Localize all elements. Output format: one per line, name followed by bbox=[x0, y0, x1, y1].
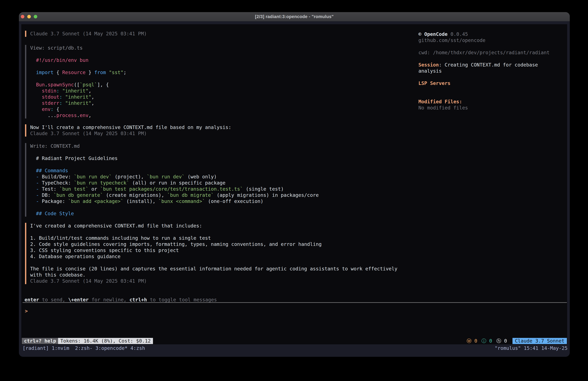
help-segment: to send, bbox=[39, 297, 68, 303]
text-line: 3. CSS styling conventions specific to t… bbox=[30, 247, 398, 253]
text-line: - Test: `bun test` or `bun test packages… bbox=[30, 186, 319, 192]
text-line: ...process.env, bbox=[30, 112, 126, 118]
text-line: 1. Build/lint/test commands including ho… bbox=[30, 235, 398, 241]
text-line: ## Commands bbox=[30, 168, 319, 174]
message-header-block: Claude 3.7 Sonnet (14 May 2025 03:41 PM) bbox=[25, 31, 147, 37]
prompt-input[interactable]: > bbox=[25, 308, 564, 315]
text-line: Claude 3.7 Sonnet (14 May 2025 03:41 PM) bbox=[30, 278, 398, 284]
model-badge[interactable]: Claude 3.7 Sonnet bbox=[512, 338, 567, 344]
input-divider bbox=[22, 302, 567, 303]
text-line: # Radiant Project Guidelines bbox=[30, 155, 319, 161]
terminal-window: [2/3] radiant:3:opencode - "romulus" Cla… bbox=[19, 12, 570, 357]
assistant-message-block: I've created a comprehensive CONTEXT.md … bbox=[25, 223, 398, 284]
hints-count: ⓗ 0 bbox=[496, 338, 507, 344]
text-line: analysis bbox=[419, 68, 567, 74]
text-line: Now I'll create a comprehensive CONTEXT.… bbox=[30, 124, 231, 131]
text-line bbox=[419, 86, 567, 92]
text-line: LSP Servers bbox=[419, 80, 567, 86]
text-line: stdout: "inherit", bbox=[30, 94, 126, 100]
help-segment: to toggle tool messages bbox=[147, 297, 217, 303]
text-line: Write: CONTEXT.md bbox=[30, 143, 319, 149]
text-line: No modified files bbox=[419, 105, 567, 111]
text-line bbox=[30, 76, 126, 82]
window-title: [2/3] radiant:3:opencode - "romulus" bbox=[255, 14, 334, 19]
text-line: 2. Code style guidelines covering import… bbox=[30, 241, 398, 247]
text-line: View: script/db.ts bbox=[30, 45, 126, 51]
text-line: The file is concise (20 lines) and captu… bbox=[30, 266, 398, 272]
text-line bbox=[419, 44, 567, 49]
text-line: - DB: `bun db generate` (create migratio… bbox=[30, 192, 319, 198]
text-line bbox=[30, 204, 319, 210]
text-line: Bun.spawnSync([`psql`], { bbox=[30, 82, 126, 88]
tool-view-block: View: script/db.ts #!/usr/bin/env bun im… bbox=[25, 45, 126, 118]
traffic-lights bbox=[21, 15, 37, 18]
tokens-cost-chip: Tokens: 16.4K (8%), Cost: $0.12 bbox=[58, 338, 153, 344]
text-line bbox=[30, 51, 126, 57]
text-line: ## Code Style bbox=[30, 210, 319, 217]
text-line bbox=[419, 56, 567, 62]
help-segment: ctrl+h bbox=[129, 297, 147, 303]
text-line: - Package: `bun add <package>` (install)… bbox=[30, 198, 319, 204]
titlebar: [2/3] radiant:3:opencode - "romulus" bbox=[19, 12, 570, 21]
text-line: env: { bbox=[30, 106, 126, 112]
text-line: - Build/Dev: `bun run dev` (project), `b… bbox=[30, 174, 319, 180]
text-line: I've created a comprehensive CONTEXT.md … bbox=[30, 223, 398, 229]
text-line: Claude 3.7 Sonnet (14 May 2025 03:41 PM) bbox=[30, 131, 231, 136]
tool-write-block: Write: CONTEXT.md # Radiant Project Guid… bbox=[25, 143, 319, 217]
text-line bbox=[30, 229, 398, 235]
zoom-button[interactable] bbox=[34, 15, 37, 18]
tmux-host-clock: "romulus" 15:41 14-May-25 bbox=[495, 345, 567, 352]
text-line bbox=[30, 63, 126, 69]
help-segment: for newline, bbox=[89, 297, 129, 303]
close-button[interactable] bbox=[21, 15, 24, 18]
text-line: Session: Creating CONTEXT.md for codebas… bbox=[419, 62, 567, 68]
text-line: github.com/sst/opencode bbox=[419, 37, 567, 44]
text-line: with this codebase. bbox=[30, 272, 398, 278]
screenshot-root: [2/3] radiant:3:opencode - "romulus" Cla… bbox=[0, 0, 588, 381]
prompt-symbol: > bbox=[25, 308, 28, 314]
text-line: - TypeCheck: `bun run typecheck` (all) o… bbox=[30, 180, 319, 186]
text-line: #!/usr/bin/env bun bbox=[30, 57, 126, 63]
text-line: Modified Files: bbox=[419, 99, 567, 105]
tmux-status-bar: [radiant] 1:nvim 2:zsh- 3:opencode* 4:zs… bbox=[19, 345, 570, 352]
minimize-button[interactable] bbox=[27, 15, 31, 18]
text-line bbox=[30, 161, 319, 168]
text-line: import { Resource } from "sst"; bbox=[30, 69, 126, 76]
text-line bbox=[419, 74, 567, 80]
text-line: 4. Database operations guidance bbox=[30, 253, 398, 260]
text-line: cwd: /home/thdxr/dev/projects/radiant/ra… bbox=[419, 49, 567, 56]
warnings-count: ⓦ 0 bbox=[467, 338, 477, 344]
text-line bbox=[30, 260, 398, 266]
info-count: ⓘ 0 bbox=[482, 338, 492, 344]
text-line bbox=[419, 92, 567, 99]
text-line: Claude 3.7 Sonnet (14 May 2025 03:41 PM) bbox=[30, 31, 147, 37]
help-segment: \+enter bbox=[68, 297, 89, 303]
tmux-session-windows: [radiant] 1:nvim 2:zsh- 3:opencode* 4:zs… bbox=[22, 345, 145, 352]
assistant-message-block: Now I'll create a comprehensive CONTEXT.… bbox=[25, 124, 231, 136]
text-line: stderr: "inherit", bbox=[30, 100, 126, 106]
text-line bbox=[30, 149, 319, 155]
text-line: © OpenCode 0.0.45 bbox=[419, 31, 567, 37]
diagnostics: ⓦ 0ⓘ 0ⓗ 0 bbox=[467, 338, 507, 344]
terminal-content: Claude 3.7 Sonnet (14 May 2025 03:41 PM)… bbox=[21, 24, 567, 344]
help-bar: enter to send, \+enter for newline, ctrl… bbox=[24, 297, 217, 303]
text-line: stdin: "inherit", bbox=[30, 88, 126, 94]
sidebar: © OpenCode 0.0.45github.com/sst/opencode… bbox=[419, 31, 567, 111]
help-chip[interactable]: ctrl+? help bbox=[22, 338, 58, 344]
help-segment: enter bbox=[24, 297, 39, 303]
